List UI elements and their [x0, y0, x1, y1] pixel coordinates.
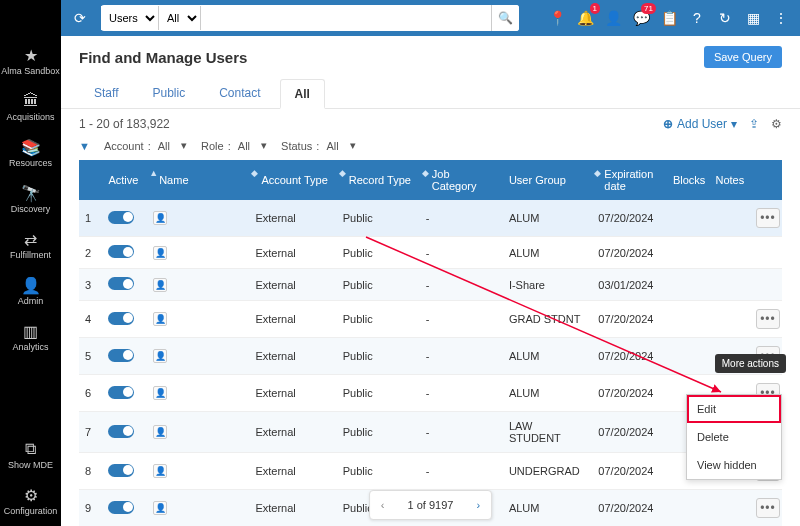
cell-blocks [667, 490, 710, 526]
active-toggle[interactable] [108, 245, 134, 258]
nav-discovery[interactable]: 🔭Discovery [0, 178, 61, 224]
pager-text: 1 of 9197 [396, 499, 466, 511]
nav-fulfillment[interactable]: ⇄Fulfillment [0, 224, 61, 270]
nav-label: Configuration [4, 506, 58, 516]
col-index [79, 160, 102, 200]
search-scope-select[interactable]: Users [101, 6, 159, 30]
tab-staff[interactable]: Staff [79, 78, 133, 108]
menu-delete[interactable]: Delete [687, 423, 781, 451]
active-toggle[interactable] [108, 211, 134, 224]
tasks-icon[interactable]: 💬71 [630, 7, 652, 29]
col-notes[interactable]: Notes [710, 160, 750, 200]
table-row[interactable]: 6👤ExternalPublic-ALUM07/20/2024••• [79, 375, 782, 412]
cell-user-group: ALUM [503, 375, 592, 412]
tab-public[interactable]: Public [137, 78, 200, 108]
page-header: Find and Manage Users Save Query [61, 36, 800, 74]
cell-account-type: External [249, 200, 336, 237]
add-user-label: Add User [677, 117, 727, 131]
row-actions-button[interactable]: ••• [756, 309, 780, 329]
menu-edit[interactable]: Edit [687, 395, 781, 423]
cell-name: 👤 [147, 269, 249, 301]
table-row[interactable]: 5👤ExternalPublic-ALUM07/20/2024••• [79, 338, 782, 375]
recent-icon[interactable]: ↻ [714, 7, 736, 29]
help-icon[interactable]: ? [686, 7, 708, 29]
nav-show-mde[interactable]: ⧉Show MDE [0, 434, 61, 480]
cell-name: 👤 [147, 200, 249, 237]
facet-account[interactable]: Account: All ▾ [104, 139, 187, 152]
search-input[interactable] [201, 6, 491, 30]
cell-name: 👤 [147, 237, 249, 269]
nav-alma-sandbox[interactable]: ★Alma Sandbox [0, 40, 61, 86]
col-record-type[interactable]: ◆Record Type [337, 160, 420, 200]
facet-status[interactable]: Status: All ▾ [281, 139, 356, 152]
add-user-button[interactable]: ⊕Add User▾ [663, 117, 737, 131]
notifications-icon[interactable]: 🔔1 [574, 7, 596, 29]
fulfillment-icon: ⇄ [0, 230, 61, 248]
col-user-group[interactable]: User Group [503, 160, 592, 200]
nav-label: Alma Sandbox [1, 66, 60, 76]
facet-role[interactable]: Role: All ▾ [201, 139, 267, 152]
nav-acquisitions[interactable]: 🏛Acquisitions [0, 86, 61, 132]
tab-contact[interactable]: Contact [204, 78, 275, 108]
menu-view-hidden[interactable]: View hidden [687, 451, 781, 479]
cell-blocks [667, 301, 710, 338]
row-index: 7 [79, 412, 102, 453]
nav-configuration[interactable]: ⚙Configuration [0, 480, 61, 526]
active-toggle[interactable] [108, 349, 134, 362]
facet-value: All [158, 140, 170, 152]
cell-account-type: External [249, 301, 336, 338]
search-filter-select[interactable]: All [159, 6, 201, 30]
location-icon[interactable]: 📍 [546, 7, 568, 29]
nav-resources[interactable]: 📚Resources [0, 132, 61, 178]
apps-icon[interactable]: ▦ [742, 7, 764, 29]
cell-job-category: - [420, 269, 503, 301]
col-blocks[interactable]: Blocks [667, 160, 710, 200]
alma-logo-icon[interactable]: ⟳ [69, 7, 91, 29]
results-count: 1 - 20 of 183,922 [79, 117, 170, 131]
row-actions-button[interactable]: ••• [756, 498, 780, 518]
pager-prev[interactable]: ‹ [370, 491, 396, 519]
table-row[interactable]: 7👤ExternalPublic-LAW STUDENT07/20/2024••… [79, 412, 782, 453]
export-button[interactable]: ⇪ [749, 117, 759, 131]
cell-name: 👤 [147, 453, 249, 490]
col-name[interactable]: ▲Name [147, 160, 249, 200]
cell-job-category: - [420, 453, 503, 490]
resources-icon: 📚 [0, 138, 61, 156]
table-row[interactable]: 8👤ExternalPublic-UNDERGRAD07/20/2024••• [79, 453, 782, 490]
tab-all[interactable]: All [280, 79, 325, 109]
search-button[interactable]: 🔍 [491, 5, 519, 31]
active-toggle[interactable] [108, 425, 134, 438]
row-actions-button[interactable]: ••• [756, 208, 780, 228]
cell-record-type: Public [337, 412, 420, 453]
col-active[interactable]: Active [102, 160, 147, 200]
active-toggle[interactable] [108, 312, 134, 325]
avatar-icon: 👤 [153, 349, 167, 363]
nav-admin[interactable]: 👤Admin [0, 270, 61, 316]
more-icon[interactable]: ⋮ [770, 7, 792, 29]
active-toggle[interactable] [108, 386, 134, 399]
gear-icon: ⚙ [0, 486, 61, 504]
clipboard-icon[interactable]: 📋 [658, 7, 680, 29]
table-row[interactable]: 2👤ExternalPublic-ALUM07/20/2024 [79, 237, 782, 269]
table-row[interactable]: 4👤ExternalPublic-GRAD STDNT07/20/2024••• [79, 301, 782, 338]
col-label: Expiration date [604, 168, 653, 192]
table-row[interactable]: 1👤ExternalPublic-ALUM07/20/2024••• [79, 200, 782, 237]
left-navigation: ★Alma Sandbox 🏛Acquisitions 📚Resources 🔭… [0, 0, 61, 526]
sort-icon: ◆ [251, 168, 258, 178]
col-expiration[interactable]: ◆Expiration date [592, 160, 667, 200]
search-icon: 🔍 [498, 11, 513, 25]
nav-analytics[interactable]: ▥Analytics [0, 316, 61, 362]
user-icon[interactable]: 👤 [602, 7, 624, 29]
table-row[interactable]: 3👤ExternalPublic-I-Share03/01/2024 [79, 269, 782, 301]
col-account-type[interactable]: ◆Account Type [249, 160, 336, 200]
cell-account-type: External [249, 375, 336, 412]
settings-button[interactable]: ⚙ [771, 117, 782, 131]
active-toggle[interactable] [108, 277, 134, 290]
active-toggle[interactable] [108, 464, 134, 477]
nav-label: Analytics [12, 342, 48, 352]
save-query-button[interactable]: Save Query [704, 46, 782, 68]
filter-icon[interactable]: ▼ [79, 140, 90, 152]
pager-next[interactable]: › [465, 491, 491, 519]
active-toggle[interactable] [108, 501, 134, 514]
col-job-category[interactable]: ◆Job Category [420, 160, 503, 200]
